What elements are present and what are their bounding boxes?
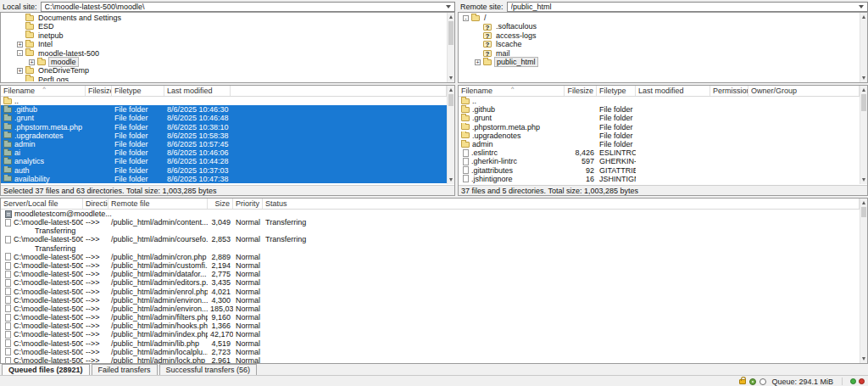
file-row[interactable]: .upgradenotesFile folder [459, 131, 860, 140]
file-row[interactable]: .eslintrc8,426ESLINTRC ... [459, 148, 860, 157]
queue-row[interactable]: C:\moodle-latest-500\mo...-->>/public_ht… [1, 253, 860, 261]
tab-queued-files[interactable]: Queued files (28921) [2, 364, 90, 375]
queue-row[interactable]: C:\moodle-latest-500\mo...-->>/public_ht… [1, 313, 860, 322]
column-header[interactable]: Filesize [86, 86, 112, 96]
collapse-icon[interactable]: - [463, 15, 469, 21]
local-list-scrollbar[interactable] [447, 86, 454, 184]
tree-item[interactable]: inetpub [2, 31, 446, 40]
queue-row[interactable]: C:\moodle-latest-500\mo...-->>/public_ht… [1, 296, 860, 305]
scrollbar-thumb[interactable] [861, 207, 866, 217]
lock-icon[interactable] [739, 379, 746, 384]
chevron-down-icon[interactable] [859, 5, 864, 8]
file-row[interactable]: adminFile folder8/6/2025 10:57:45 [1, 140, 447, 148]
column-header[interactable]: Filetype [597, 86, 636, 96]
file-row[interactable]: .gruntFile folder8/6/2025 10:46:48 [1, 114, 447, 122]
file-row[interactable]: analyticsFile folder8/6/2025 10:44:28 [1, 157, 447, 165]
remote-list-header[interactable]: Filename^FilesizeFiletypeLast modifiedPe… [459, 86, 860, 97]
queue-row[interactable]: C:\moodle-latest-500\mo...-->>/public_ht… [1, 261, 860, 270]
queue-row[interactable]: C:\moodle-latest-500\mo...-->>/public_ht… [1, 339, 860, 348]
gear-icon[interactable] [749, 378, 756, 385]
scroll-down-icon[interactable] [862, 357, 865, 361]
queue-header[interactable]: Server/Local fileDirectionRemote fileSiz… [1, 199, 860, 210]
tab-failed-transfers[interactable]: Failed transfers [92, 364, 158, 375]
column-header[interactable]: Last modified [636, 86, 710, 96]
file-row[interactable]: .githubFile folder [459, 105, 860, 114]
column-header[interactable]: Filename^ [1, 86, 86, 96]
tree-item[interactable]: ESD [2, 22, 446, 31]
file-row[interactable]: .upgradenotesFile folder8/6/2025 10:58:3… [1, 131, 447, 140]
column-header[interactable]: Owner/Group [748, 86, 860, 96]
file-row[interactable]: .phpstorm.meta.phpFile folder [459, 123, 860, 131]
queue-row[interactable]: C:\moodle-latest-500\mo...-->>/public_ht… [1, 356, 860, 363]
scrollbar-thumb[interactable] [448, 21, 453, 45]
column-header[interactable]: Remote file [108, 199, 208, 209]
collapse-icon[interactable]: - [17, 50, 23, 56]
scroll-up-icon[interactable] [862, 88, 865, 92]
expand-icon[interactable]: + [29, 59, 35, 65]
file-row[interactable]: .gitattributes92GITATTRIB... [459, 166, 860, 175]
queue-row[interactable]: C:\moodle-latest-500\mo...-->>/public_ht… [1, 322, 860, 330]
queue-server-row[interactable]: moodletestcom@moodlete... [1, 210, 860, 218]
remote-tree-scrollbar[interactable] [860, 13, 867, 82]
scroll-down-icon[interactable] [449, 178, 453, 182]
local-site-combobox[interactable]: C:\moodle-latest-500\moodle\ [41, 2, 455, 12]
tree-item[interactable]: +public_html [459, 58, 859, 66]
column-header[interactable]: Size [208, 199, 233, 209]
file-row[interactable]: .githubFile folder8/6/2025 10:46:30 [1, 105, 447, 114]
tree-item[interactable]: Documents and Settings [2, 14, 446, 22]
column-header[interactable]: Status [263, 199, 860, 209]
queue-row[interactable]: C:\moodle-latest-500\mo...-->>/public_ht… [1, 218, 860, 227]
tree-item[interactable]: +Intel [2, 40, 446, 48]
scroll-down-icon[interactable] [862, 76, 865, 80]
tree-item[interactable]: +OneDriveTemp [2, 66, 446, 75]
tree-item[interactable]: +moodle [2, 58, 446, 66]
clock-icon[interactable] [760, 378, 766, 385]
tree-item[interactable]: ?lscache [459, 40, 859, 48]
queue-row[interactable]: C:\moodle-latest-500\mo...-->>/public_ht… [1, 235, 860, 243]
scroll-up-icon[interactable] [862, 201, 865, 204]
tree-item[interactable]: ?access-logs [459, 31, 859, 40]
scrollbar-thumb[interactable] [861, 94, 866, 111]
local-list-header[interactable]: Filename^FilesizeFiletypeLast modified [1, 86, 447, 97]
tab-successful-transfers[interactable]: Successful transfers (56) [159, 364, 258, 375]
scrollbar-thumb[interactable] [448, 94, 453, 106]
file-row[interactable]: authFile folder8/6/2025 10:37:03 [1, 166, 447, 175]
file-row[interactable]: .gruntFile folder [459, 114, 860, 122]
chevron-down-icon[interactable] [446, 5, 451, 8]
column-header[interactable]: Direction [83, 199, 108, 209]
expand-icon[interactable]: + [17, 68, 23, 74]
queue-row[interactable]: C:\moodle-latest-500\mo...-->>/public_ht… [1, 278, 860, 287]
queue-row[interactable]: C:\moodle-latest-500\mo...-->>/public_ht… [1, 305, 860, 313]
scroll-up-icon[interactable] [862, 15, 865, 19]
expand-icon[interactable]: + [17, 42, 23, 48]
scroll-up-icon[interactable] [449, 15, 453, 19]
scroll-down-icon[interactable] [862, 178, 865, 182]
scroll-down-icon[interactable] [449, 76, 453, 80]
tree-item[interactable]: PerfLogs [2, 76, 446, 81]
column-header[interactable]: Filesize [565, 86, 597, 96]
column-header[interactable] [231, 86, 447, 96]
file-row[interactable]: .phpstorm.meta.phpFile folder8/6/2025 10… [1, 123, 447, 131]
tree-item[interactable]: -/ [459, 14, 859, 22]
tree-item[interactable]: ?.softaculous [459, 22, 859, 31]
file-row[interactable]: .. [459, 97, 860, 105]
queue-row[interactable]: C:\moodle-latest-500\mo...-->>/public_ht… [1, 348, 860, 356]
file-row[interactable]: .jshintignore16JSHINTIGN... [459, 175, 860, 183]
remote-site-combobox[interactable]: /public_html [507, 2, 868, 12]
file-row[interactable]: availabilityFile folder8/6/2025 10:47:38 [1, 175, 447, 183]
column-header[interactable]: Permissions [710, 86, 748, 96]
column-header[interactable]: Priority [233, 199, 263, 209]
column-header[interactable]: Server/Local file [1, 199, 83, 209]
file-row[interactable]: .. [1, 97, 447, 105]
expand-icon[interactable]: + [475, 59, 481, 65]
queue-scrollbar[interactable] [860, 199, 867, 363]
file-row[interactable]: .gherkin-lintrc597GHERKIN-... [459, 157, 860, 165]
file-row[interactable]: adminFile folder [459, 140, 860, 148]
column-header[interactable]: Filetype [112, 86, 164, 96]
queue-row[interactable]: C:\moodle-latest-500\mo...-->>/public_ht… [1, 330, 860, 338]
queue-row[interactable]: C:\moodle-latest-500\mo...-->>/public_ht… [1, 288, 860, 296]
column-header[interactable]: Filename^ [459, 86, 565, 96]
remote-list-scrollbar[interactable] [860, 86, 867, 184]
local-tree-scrollbar[interactable] [447, 13, 454, 82]
queue-row[interactable]: C:\moodle-latest-500\mo...-->>/public_ht… [1, 270, 860, 278]
